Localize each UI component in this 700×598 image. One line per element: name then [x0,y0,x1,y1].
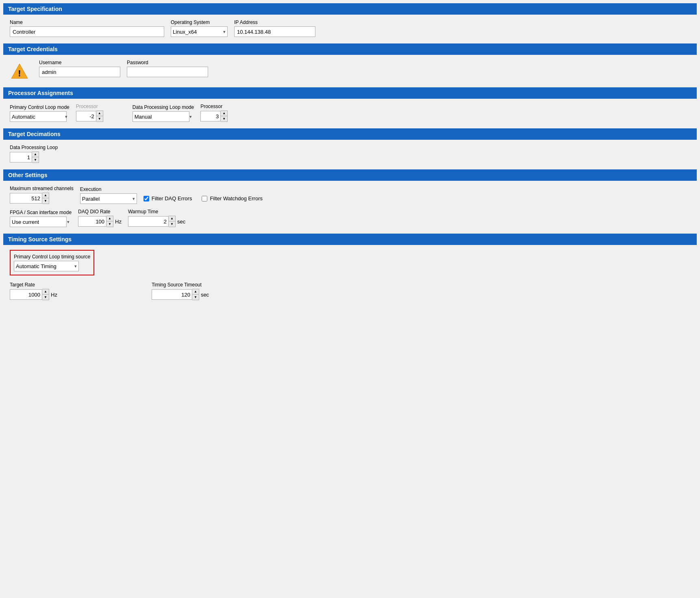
execution-label: Execution [80,186,137,192]
timeout-up-btn[interactable]: ▲ [192,289,199,295]
pcl-mode-label: Primary Control Loop mode [10,104,70,110]
pcl-timing-label: Primary Control Loop timing source [14,254,90,260]
daq-rate-spinner-buttons: ▲ ▼ [107,216,113,227]
max-streamed-down-btn[interactable]: ▼ [42,198,49,204]
dpl-processor-down-btn[interactable]: ▼ [221,116,227,121]
warmup-input-row: ▲ ▼ sec [128,216,185,227]
target-rate-input[interactable] [10,289,42,300]
timeout-label: Timing Source Timeout [152,282,209,288]
pcl-processor-label: Processor [76,104,103,109]
processor-assignments-section: Processor Assignments Primary Control Lo… [3,87,697,127]
target-decimations-body: Data Processing Loop ▲ ▼ [3,140,697,168]
other-settings-body: Maximum streamed channels ▲ ▼ Execution … [3,181,697,232]
pcl-processor-spinner-buttons: ▲ ▼ [96,110,103,122]
username-field-group: Username [39,60,120,77]
other-settings-header: Other Settings [3,169,697,181]
other-settings-section: Other Settings Maximum streamed channels… [3,169,697,232]
filter-daq-label: Filter DAQ Errors [152,195,192,202]
filter-watchdog-checkbox[interactable] [202,196,207,202]
execution-select-wrapper: Parallel Serial [80,193,137,204]
name-label: Name [10,20,164,25]
pcl-processor-input[interactable] [76,111,96,121]
filter-watchdog-row: Filter Watchdog Errors [202,195,263,202]
target-specification-section: Target Specification Name Operating Syst… [3,3,697,42]
target-rate-spinner: ▲ ▼ [10,289,49,300]
fpga-select[interactable]: Use current NI-DAQmx NI-FPGA [10,217,67,227]
warmup-up-btn[interactable]: ▲ [169,216,175,221]
dpl-processor-input[interactable] [200,111,221,121]
daq-rate-down-btn[interactable]: ▼ [107,221,113,227]
target-rate-up-btn[interactable]: ▲ [42,289,49,295]
filter-checkboxes: Filter DAQ Errors Filter Watchdog Errors [143,195,263,203]
target-rate-unit: Hz [51,292,57,298]
timeout-unit: sec [201,292,209,298]
fpga-select-wrapper: Use current NI-DAQmx NI-FPGA [10,217,72,227]
pcl-timing-select[interactable]: Automatic Timing Internal External [14,261,79,271]
target-rate-down-btn[interactable]: ▼ [42,295,49,300]
max-streamed-spinner: ▲ ▼ [10,193,74,204]
execution-select[interactable]: Parallel Serial [80,193,137,204]
pcl-processor-up-btn[interactable]: ▲ [96,111,103,116]
ip-label: IP Address [234,20,315,25]
warmup-unit: sec [177,219,185,225]
pcl-processor-down-btn[interactable]: ▼ [96,116,103,121]
dpl-processor-field-group: Processor ▲ ▼ [200,104,228,122]
dpl-decimation-spinner: ▲ ▼ [10,152,39,163]
dpl-decimation-up-btn[interactable]: ▲ [32,152,39,157]
username-input[interactable] [39,67,120,77]
ip-input[interactable] [234,26,315,37]
timeout-field-group: Timing Source Timeout ▲ ▼ sec [152,282,209,300]
dpl-processor-spinner-buttons: ▲ ▼ [221,110,228,122]
daq-rate-input[interactable] [78,216,107,227]
filter-daq-row: Filter DAQ Errors [143,195,192,202]
max-streamed-spinner-buttons: ▲ ▼ [42,193,49,204]
max-streamed-input[interactable] [10,193,42,204]
max-streamed-up-btn[interactable]: ▲ [42,193,49,198]
dpl-decimation-down-btn[interactable]: ▼ [32,157,39,162]
max-streamed-label: Maximum streamed channels [10,186,74,191]
name-input[interactable] [10,26,164,37]
timeout-down-btn[interactable]: ▼ [192,295,199,300]
username-label: Username [39,60,120,65]
target-rate-input-row: ▲ ▼ Hz [10,289,57,300]
dpl-mode-label: Data Processing Loop mode [133,104,194,110]
target-decimations-header: Target Decimations [3,128,697,140]
pcl-timing-select-wrapper: Automatic Timing Internal External [14,261,79,271]
dpl-processor-spinner: ▲ ▼ [200,110,228,122]
page-wrapper: Target Specification Name Operating Syst… [0,0,700,598]
timing-source-header: Timing Source Settings [3,234,697,245]
warmup-spinner-buttons: ▲ ▼ [169,216,176,227]
warmup-spinner: ▲ ▼ [128,216,176,227]
timing-source-highlight-box: Primary Control Loop timing source Autom… [10,250,94,275]
timeout-input-row: ▲ ▼ sec [152,289,209,300]
dpl-processor-up-btn[interactable]: ▲ [221,111,227,116]
warmup-label: Warmup Time [128,209,185,214]
filter-daq-checkbox[interactable] [143,196,149,202]
target-rate-label: Target Rate [10,282,57,288]
fpga-field-group: FPGA / Scan interface mode Use current N… [10,210,72,227]
dpl-mode-select[interactable]: Automatic Manual [133,111,189,122]
password-input[interactable] [127,67,208,77]
timeout-input[interactable] [152,289,192,300]
os-label: Operating System [171,20,228,25]
name-field-group: Name [10,20,164,37]
dpl-decimation-input[interactable] [10,152,32,162]
max-streamed-field-group: Maximum streamed channels ▲ ▼ [10,186,74,204]
warmup-down-btn[interactable]: ▼ [169,221,175,227]
daq-rate-up-btn[interactable]: ▲ [107,216,113,221]
execution-field-group: Execution Parallel Serial [80,186,137,204]
pcl-processor-spinner: ▲ ▼ [76,110,103,122]
os-select[interactable]: Linux_x64 Windows_x64 QNX [171,26,228,37]
warning-icon: ! [10,61,29,81]
pcl-mode-field-group: Primary Control Loop mode Automatic Manu… [10,104,70,122]
pcl-mode-select-wrapper: Automatic Manual [10,111,70,122]
filter-watchdog-label: Filter Watchdog Errors [210,195,263,202]
dpl-mode-select-wrapper: Automatic Manual [133,111,194,122]
pcl-mode-select[interactable]: Automatic Manual [10,111,67,122]
warmup-input[interactable] [128,216,169,227]
warmup-field-group: Warmup Time ▲ ▼ sec [128,209,185,227]
fpga-label: FPGA / Scan interface mode [10,210,72,215]
pcl-processor-field-group: Processor ▲ ▼ [76,104,103,122]
timing-source-section: Timing Source Settings Primary Control L… [3,234,697,305]
dpl-decimation-label: Data Processing Loop [10,145,690,150]
